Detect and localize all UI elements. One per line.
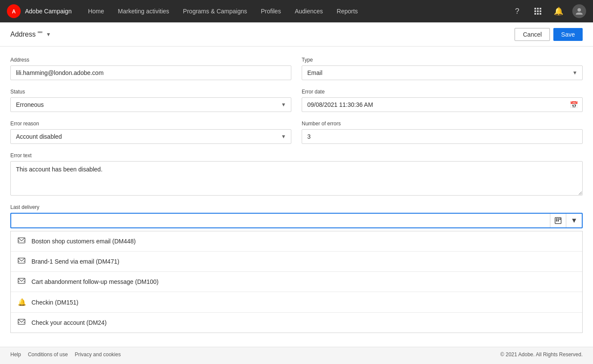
nav-items: Home Marketing activities Programs & Cam… — [82, 0, 507, 22]
svg-rect-6 — [537, 10, 539, 12]
avatar-svg — [575, 7, 584, 16]
dropdown-item-4[interactable]: Check your account (DM24) — [11, 313, 582, 333]
top-nav: A Adobe Campaign Home Marketing activiti… — [0, 0, 593, 22]
type-select-wrapper: Email ▼ — [302, 65, 583, 80]
dropdown-item-label-2: Cart abandonment follow-up message (DM10… — [31, 278, 159, 285]
svg-rect-13 — [556, 218, 557, 220]
last-delivery-input[interactable] — [11, 214, 550, 227]
help-icon[interactable]: ? — [510, 4, 524, 18]
svg-rect-14 — [558, 218, 559, 220]
delivery-pick-icon-button[interactable] — [550, 214, 566, 227]
svg-rect-3 — [537, 8, 539, 9]
main-content: Address Type Email ▼ Status Erroneous ▼ — [0, 47, 593, 347]
error-text-group: Error text This account has been disable… — [10, 152, 583, 196]
dropdown-item-label-0: Boston shop customers email (DM448) — [31, 238, 136, 245]
num-errors-input[interactable] — [302, 129, 583, 144]
svg-rect-7 — [540, 10, 541, 12]
dropdown-item-label-1: Brand-1 Send via email (DM471) — [31, 258, 119, 265]
sub-header-actions: Cancel Save — [515, 28, 583, 41]
sub-header-title[interactable]: Address "" ▼ — [10, 31, 51, 38]
status-label: Status — [10, 89, 291, 95]
svg-text:A: A — [12, 9, 16, 15]
address-type-row: Address Type Email ▼ — [10, 57, 583, 80]
dropdown-item-1[interactable]: Brand-1 Send via email (DM471) — [11, 252, 582, 272]
status-select-wrapper: Erroneous ▼ — [10, 97, 291, 112]
nav-item-audiences[interactable]: Audiences — [289, 0, 329, 22]
error-text-row: Error text This account has been disable… — [10, 152, 583, 196]
svg-rect-10 — [540, 13, 541, 15]
svg-rect-2 — [534, 8, 536, 9]
nav-logo-text: Adobe Campaign — [25, 8, 72, 15]
email-icon-0 — [18, 237, 26, 245]
adobe-campaign-logo-icon: A — [7, 4, 21, 18]
nav-item-profiles[interactable]: Profiles — [255, 0, 287, 22]
footer-help-link[interactable]: Help — [10, 352, 21, 358]
dropdown-item-label-3: Checkin (DM151) — [31, 299, 78, 306]
delivery-dropdown-button[interactable]: ▼ — [566, 214, 582, 227]
svg-rect-8 — [534, 13, 536, 15]
error-reason-group: Error reason Account disabled ▼ — [10, 121, 291, 144]
footer-privacy-link[interactable]: Privacy and cookies — [75, 352, 121, 358]
nav-item-reports[interactable]: Reports — [331, 0, 364, 22]
nav-logo[interactable]: A Adobe Campaign — [7, 4, 72, 18]
cancel-button[interactable]: Cancel — [515, 28, 550, 41]
sub-header-title-text: Address "" — [10, 31, 43, 38]
save-button[interactable]: Save — [553, 28, 583, 41]
error-text-textarea[interactable]: This account has been disabled. — [10, 161, 583, 196]
status-errordate-row: Status Erroneous ▼ Error date 📅 — [10, 89, 583, 112]
svg-rect-9 — [537, 13, 539, 15]
dropdown-item-3[interactable]: 🔔 Checkin (DM151) — [11, 292, 582, 313]
footer-conditions-link[interactable]: Conditions of use — [28, 352, 68, 358]
footer-links: Help Conditions of use Privacy and cooki… — [10, 352, 121, 358]
footer-copyright: © 2021 Adobe. All Rights Reserved. — [500, 352, 583, 358]
nav-item-home[interactable]: Home — [82, 0, 110, 22]
dropdown-item-label-4: Check your account (DM24) — [31, 319, 106, 326]
status-select[interactable]: Erroneous — [10, 97, 291, 112]
last-delivery-input-wrapper: ▼ — [10, 213, 583, 228]
last-delivery-label: Last delivery — [10, 204, 583, 210]
email-icon-2 — [18, 278, 26, 286]
nav-item-marketing[interactable]: Marketing activities — [112, 0, 175, 22]
errorreason-numerrors-row: Error reason Account disabled ▼ Number o… — [10, 121, 583, 144]
error-date-input[interactable] — [302, 97, 583, 112]
error-reason-select[interactable]: Account disabled — [10, 129, 291, 144]
svg-rect-16 — [556, 220, 557, 221]
user-avatar[interactable] — [572, 4, 586, 18]
num-errors-group: Number of errors — [302, 121, 583, 144]
dropdown-item-2[interactable]: Cart abandonment follow-up message (DM10… — [11, 272, 582, 292]
svg-rect-5 — [534, 10, 536, 12]
sub-header: Address "" ▼ Cancel Save — [0, 22, 593, 47]
address-label: Address — [10, 57, 291, 63]
grid-svg — [534, 7, 542, 15]
address-group: Address — [10, 57, 291, 80]
svg-rect-15 — [559, 218, 561, 220]
last-delivery-group: Last delivery ▼ — [10, 204, 583, 333]
delivery-pick-svg — [555, 217, 562, 224]
error-text-label: Error text — [10, 152, 583, 159]
footer: Help Conditions of use Privacy and cooki… — [0, 347, 593, 362]
email-icon-4 — [18, 319, 26, 327]
error-reason-select-wrapper: Account disabled ▼ — [10, 129, 291, 144]
status-group: Status Erroneous ▼ — [10, 89, 291, 112]
sub-header-chevron-icon: ▼ — [46, 31, 51, 37]
nav-item-programs[interactable]: Programs & Campaigns — [177, 0, 253, 22]
notification-icon[interactable]: 🔔 — [552, 4, 565, 18]
nav-right: ? 🔔 — [510, 4, 586, 18]
svg-rect-4 — [540, 8, 541, 9]
bell-icon-3: 🔔 — [18, 298, 26, 306]
svg-rect-17 — [558, 220, 559, 221]
type-label: Type — [302, 57, 583, 63]
error-date-wrapper: 📅 — [302, 97, 583, 112]
delivery-dropdown-list: Boston shop customers email (DM448) Bran… — [10, 231, 583, 333]
num-errors-label: Number of errors — [302, 121, 583, 127]
error-date-label: Error date — [302, 89, 583, 95]
dropdown-item-0[interactable]: Boston shop customers email (DM448) — [11, 231, 582, 252]
address-input[interactable] — [10, 65, 291, 80]
error-date-group: Error date 📅 — [302, 89, 583, 112]
email-icon-1 — [18, 258, 26, 265]
type-group: Type Email ▼ — [302, 57, 583, 80]
type-select[interactable]: Email — [302, 65, 583, 80]
grid-icon[interactable] — [531, 4, 545, 18]
error-reason-label: Error reason — [10, 121, 291, 127]
logo-svg: A — [9, 7, 18, 16]
